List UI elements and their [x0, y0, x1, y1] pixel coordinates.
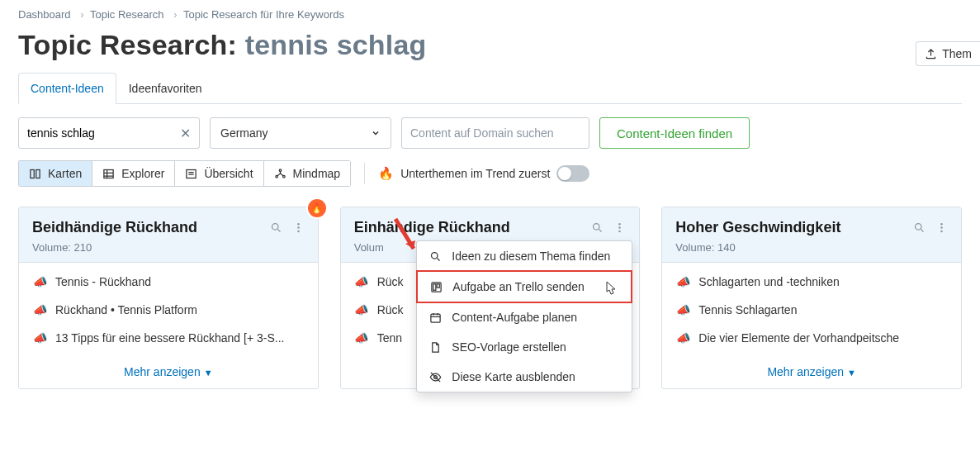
find-ideas-button[interactable]: Content-Ideen finden: [599, 117, 750, 149]
page-title: Topic Research: tennis schlag: [18, 29, 962, 61]
country-select[interactable]: Germany: [210, 117, 391, 149]
svg-point-4: [279, 169, 282, 171]
show-more-link[interactable]: Mehr anzeigen▼: [662, 357, 961, 388]
svg-point-22: [940, 223, 943, 226]
more-icon[interactable]: [613, 221, 626, 234]
svg-rect-0: [31, 169, 34, 178]
breadcrumb: Dashboard › Topic Research › Topic Resea…: [18, 7, 962, 26]
megaphone-icon: 📣: [354, 331, 369, 345]
svg-point-14: [619, 231, 622, 233]
svg-point-15: [431, 252, 438, 259]
search-icon[interactable]: [913, 221, 926, 234]
menu-hide-card[interactable]: Diese Karte ausblenden: [417, 362, 632, 392]
eye-off-icon: [428, 371, 442, 383]
divider: [364, 163, 365, 184]
more-icon[interactable]: [935, 221, 948, 234]
svg-point-8: [297, 223, 300, 226]
topic-card: Hoher Geschwindigkeit Volume: 140 📣Schla…: [661, 207, 962, 389]
topic-card: Einhändige Rückhand Volum: [340, 207, 641, 389]
list-item[interactable]: 📣13 Tipps für eine bessere Rückhand [+ 3…: [31, 324, 306, 352]
svg-point-24: [940, 231, 943, 233]
clear-icon[interactable]: ✕: [172, 126, 199, 141]
svg-rect-19: [431, 314, 440, 322]
file-icon: [428, 341, 442, 354]
breadcrumb-item[interactable]: Topic Research: [90, 8, 164, 21]
card-menu: Ideen zu diesem Thema finden Aufgabe an …: [416, 240, 632, 392]
topic-card: 🔥 Beidhändige Rückhand Volume: 210 📣Tenn…: [18, 207, 319, 389]
svg-point-13: [619, 226, 622, 229]
card-title: Einhändige Rückhand: [354, 219, 510, 236]
mindmap-icon: [274, 168, 286, 180]
breadcrumb-item[interactable]: Dashboard: [18, 8, 71, 21]
megaphone-icon: 📣: [354, 303, 369, 316]
menu-send-trello[interactable]: Aufgabe an Trello senden: [416, 270, 632, 303]
svg-rect-1: [36, 169, 40, 178]
cards-icon: [29, 168, 41, 180]
svg-point-10: [297, 231, 300, 233]
view-mode-group: Karten Explorer Übersicht Mindmap: [18, 160, 351, 187]
table-icon: [102, 168, 115, 180]
view-karten[interactable]: Karten: [18, 160, 92, 187]
overview-icon: [185, 168, 197, 180]
tabs: Content-Ideen Ideenfavoriten: [18, 73, 962, 104]
chevron-down-icon: ▼: [847, 368, 856, 378]
svg-point-7: [272, 224, 278, 231]
chevron-down-icon: [371, 128, 381, 138]
trend-first-toggle[interactable]: [556, 165, 589, 182]
domain-search-input[interactable]: [402, 126, 589, 140]
tab-content-ideen[interactable]: Content-Ideen: [18, 73, 116, 104]
list-item[interactable]: 📣Tennis - Rückhand: [31, 268, 306, 296]
megaphone-icon: 📣: [32, 303, 47, 316]
svg-rect-18: [437, 283, 439, 287]
card-volume: Volume: 210: [32, 241, 305, 254]
chevron-down-icon: ▼: [204, 368, 213, 378]
list-item[interactable]: 📣Schlagarten und -techniken: [674, 268, 949, 296]
keyword-input-wrap: ✕: [18, 117, 200, 149]
svg-point-12: [619, 223, 622, 226]
svg-rect-2: [104, 169, 113, 178]
megaphone-icon: 📣: [675, 303, 690, 316]
megaphone-icon: 📣: [675, 275, 690, 288]
megaphone-icon: 📣: [32, 275, 47, 288]
flame-icon: 🔥: [378, 166, 394, 181]
search-icon[interactable]: [270, 221, 282, 234]
card-title: Hoher Geschwindigkeit: [675, 219, 840, 236]
trend-first-label: Unterthemen im Trend zuerst: [400, 167, 550, 180]
svg-point-11: [594, 224, 600, 231]
svg-point-21: [916, 224, 922, 231]
menu-find-ideas[interactable]: Ideen zu diesem Thema finden: [417, 241, 632, 271]
card-title: Beidhändige Rückhand: [32, 219, 197, 236]
cursor-icon: [603, 280, 618, 298]
trello-icon: [429, 281, 443, 293]
menu-seo-template[interactable]: SEO-Vorlage erstellen: [417, 332, 632, 362]
list-item[interactable]: 📣Rückhand • Tennis Platform: [31, 296, 306, 324]
card-volume: Volume: 140: [675, 241, 948, 254]
breadcrumb-item: Topic Research für Ihre Keywords: [183, 8, 344, 21]
upload-icon: [925, 48, 937, 60]
chevron-right-icon: ›: [80, 8, 83, 21]
svg-point-23: [940, 226, 943, 229]
domain-search-wrap: [401, 117, 589, 149]
chevron-right-icon: ›: [173, 8, 177, 21]
view-uebersicht[interactable]: Übersicht: [174, 160, 263, 187]
list-item[interactable]: 📣Die vier Elemente der Vorhandpeitsche: [674, 324, 949, 352]
flame-badge-icon: 🔥: [308, 199, 326, 217]
megaphone-icon: 📣: [354, 275, 369, 288]
megaphone-icon: 📣: [675, 331, 690, 345]
search-icon[interactable]: [591, 221, 604, 234]
svg-rect-17: [433, 283, 436, 290]
megaphone-icon: 📣: [32, 331, 47, 345]
more-icon[interactable]: [292, 221, 305, 234]
theme-button[interactable]: Them: [916, 41, 980, 66]
show-more-link[interactable]: Mehr anzeigen▼: [19, 357, 318, 388]
menu-plan-content[interactable]: Content-Aufgabe planen: [417, 302, 632, 332]
list-item[interactable]: 📣Tennis Schlagarten: [674, 296, 949, 324]
view-mindmap[interactable]: Mindmap: [263, 160, 352, 187]
tab-ideenfavoriten[interactable]: Ideenfavoriten: [116, 73, 215, 103]
calendar-icon: [428, 311, 442, 324]
keyword-input[interactable]: [19, 126, 172, 140]
view-explorer[interactable]: Explorer: [92, 160, 175, 187]
search-icon: [428, 250, 442, 263]
svg-point-9: [297, 226, 300, 229]
